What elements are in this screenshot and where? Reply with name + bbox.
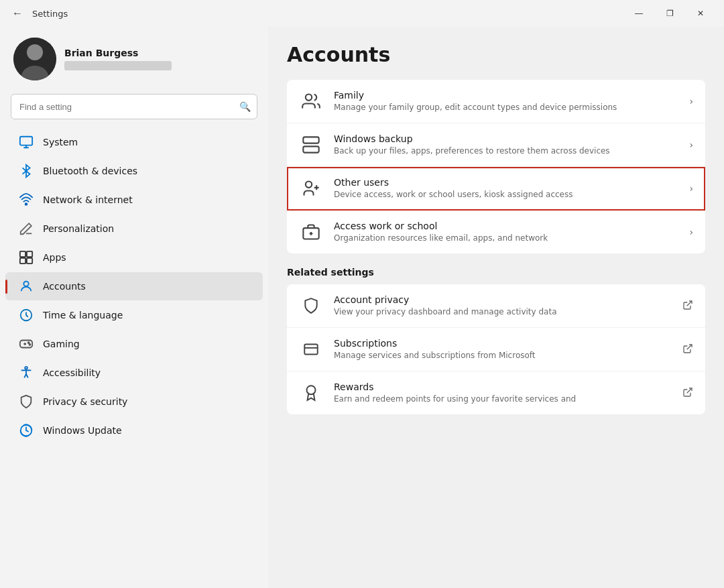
external-icon-subscriptions bbox=[682, 343, 693, 356]
close-button[interactable]: ✕ bbox=[685, 3, 716, 24]
nav-icon-personalization bbox=[19, 221, 34, 236]
back-button[interactable]: ← bbox=[8, 4, 27, 23]
sidebar-item-apps[interactable]: Apps bbox=[5, 243, 263, 272]
svg-point-9 bbox=[23, 282, 28, 286]
sidebar: Brian Burgess 🔍 System Bluetooth & devic… bbox=[0, 27, 268, 588]
page-title: Accounts bbox=[287, 43, 705, 66]
related-icon-account-privacy bbox=[299, 294, 323, 318]
item-desc-other-users: Device access, work or school users, kio… bbox=[334, 189, 678, 200]
related-text-rewards: Rewards Earn and redeem points for using… bbox=[334, 381, 672, 405]
svg-point-29 bbox=[307, 386, 316, 394]
svg-point-19 bbox=[306, 182, 312, 188]
nav-label-gaming: Gaming bbox=[43, 339, 80, 349]
nav-label-privacy: Privacy & security bbox=[43, 396, 127, 407]
nav-icon-privacy bbox=[19, 394, 34, 409]
item-desc-access-work: Organization resources like email, apps,… bbox=[334, 233, 678, 244]
related-item-rewards[interactable]: Rewards Earn and redeem points for using… bbox=[287, 371, 705, 414]
nav-label-system: System bbox=[43, 137, 78, 148]
svg-point-12 bbox=[28, 342, 29, 343]
item-text-other-users: Other users Device access, work or schoo… bbox=[334, 177, 678, 200]
external-icon-rewards bbox=[682, 387, 693, 400]
sidebar-item-accounts[interactable]: Accounts bbox=[5, 272, 263, 300]
related-title-subscriptions: Subscriptions bbox=[334, 338, 672, 349]
settings-item-access-work[interactable]: Access work or school Organization resou… bbox=[287, 211, 705, 253]
related-desc-subscriptions: Manage services and subscriptions from M… bbox=[334, 350, 672, 361]
nav-label-apps: Apps bbox=[43, 252, 66, 263]
nav-label-bluetooth: Bluetooth & devices bbox=[43, 166, 137, 176]
related-settings-title: Related settings bbox=[287, 267, 705, 278]
item-title-windows-backup: Windows backup bbox=[334, 133, 678, 144]
svg-line-30 bbox=[687, 388, 692, 393]
nav-icon-system bbox=[19, 135, 34, 150]
user-profile: Brian Burgess bbox=[0, 27, 268, 94]
settings-item-windows-backup[interactable]: Windows backup Back up your files, apps,… bbox=[287, 123, 705, 167]
related-icon-rewards bbox=[299, 381, 323, 405]
nav-label-network: Network & internet bbox=[43, 194, 133, 205]
related-item-subscriptions[interactable]: Subscriptions Manage services and subscr… bbox=[287, 328, 705, 371]
item-title-access-work: Access work or school bbox=[334, 221, 678, 231]
sidebar-item-time[interactable]: Time & language bbox=[5, 301, 263, 329]
app-body: Brian Burgess 🔍 System Bluetooth & devic… bbox=[0, 27, 724, 588]
nav-icon-apps bbox=[19, 250, 34, 265]
svg-point-1 bbox=[27, 44, 43, 60]
nav-label-accessibility: Accessibility bbox=[43, 367, 101, 378]
related-item-account-privacy[interactable]: Account privacy View your privacy dashbo… bbox=[287, 284, 705, 328]
item-chevron-access-work: › bbox=[689, 227, 693, 237]
settings-item-family[interactable]: Family Manage your family group, edit ac… bbox=[287, 80, 705, 123]
main-settings-card: Family Manage your family group, edit ac… bbox=[287, 80, 705, 253]
sidebar-item-system[interactable]: System bbox=[5, 128, 263, 156]
nav-icon-network bbox=[19, 192, 34, 207]
item-chevron-windows-backup: › bbox=[689, 139, 693, 150]
svg-point-4 bbox=[25, 203, 27, 205]
item-desc-family: Manage your family group, edit account t… bbox=[334, 102, 678, 113]
app-title: Settings bbox=[32, 9, 618, 19]
main-content: Accounts Family Manage your family group… bbox=[268, 27, 724, 588]
titlebar: ← Settings — ❐ ✕ bbox=[0, 0, 724, 27]
svg-rect-3 bbox=[20, 137, 32, 145]
svg-line-25 bbox=[687, 301, 692, 306]
user-email bbox=[64, 61, 172, 70]
svg-point-13 bbox=[29, 344, 31, 345]
item-chevron-other-users: › bbox=[689, 183, 693, 194]
nav-icon-accessibility bbox=[19, 365, 34, 380]
related-icon-subscriptions bbox=[299, 337, 323, 361]
related-desc-rewards: Earn and redeem points for using your fa… bbox=[334, 394, 672, 405]
external-icon-account-privacy bbox=[682, 300, 693, 312]
item-text-access-work: Access work or school Organization resou… bbox=[334, 221, 678, 244]
svg-rect-5 bbox=[20, 251, 25, 257]
svg-rect-26 bbox=[304, 344, 318, 354]
nav-icon-accounts bbox=[19, 279, 34, 294]
sidebar-item-accessibility[interactable]: Accessibility bbox=[5, 359, 263, 387]
sidebar-item-personalization[interactable]: Personalization bbox=[5, 215, 263, 243]
svg-rect-6 bbox=[27, 251, 32, 257]
svg-line-28 bbox=[687, 345, 692, 349]
related-text-account-privacy: Account privacy View your privacy dashbo… bbox=[334, 294, 672, 318]
user-name: Brian Burgess bbox=[64, 48, 255, 58]
sidebar-item-network[interactable]: Network & internet bbox=[5, 186, 263, 214]
sidebar-item-gaming[interactable]: Gaming bbox=[5, 330, 263, 358]
settings-item-other-users[interactable]: Other users Device access, work or schoo… bbox=[287, 167, 705, 211]
sidebar-item-bluetooth[interactable]: Bluetooth & devices bbox=[5, 157, 263, 185]
maximize-button[interactable]: ❐ bbox=[654, 3, 685, 24]
nav-icon-bluetooth bbox=[19, 164, 34, 178]
svg-rect-17 bbox=[303, 137, 318, 143]
related-title-account-privacy: Account privacy bbox=[334, 294, 672, 305]
nav-label-windows-update: Windows Update bbox=[43, 425, 122, 436]
item-title-family: Family bbox=[334, 90, 678, 101]
item-icon-windows-backup bbox=[299, 133, 323, 157]
window-controls: — ❐ ✕ bbox=[623, 3, 716, 24]
nav-icon-time bbox=[19, 308, 34, 322]
item-text-family: Family Manage your family group, edit ac… bbox=[334, 90, 678, 113]
minimize-button[interactable]: — bbox=[623, 3, 654, 24]
svg-rect-7 bbox=[20, 258, 25, 263]
sidebar-item-windows-update[interactable]: Windows Update bbox=[5, 416, 263, 445]
nav-label-personalization: Personalization bbox=[43, 223, 114, 234]
nav-icon-gaming bbox=[19, 337, 34, 351]
item-icon-access-work bbox=[299, 220, 323, 244]
related-text-subscriptions: Subscriptions Manage services and subscr… bbox=[334, 338, 672, 361]
svg-point-14 bbox=[25, 367, 27, 369]
search-input[interactable] bbox=[11, 94, 257, 119]
svg-point-16 bbox=[306, 95, 312, 101]
sidebar-item-privacy[interactable]: Privacy & security bbox=[5, 388, 263, 416]
item-icon-family bbox=[299, 89, 323, 113]
